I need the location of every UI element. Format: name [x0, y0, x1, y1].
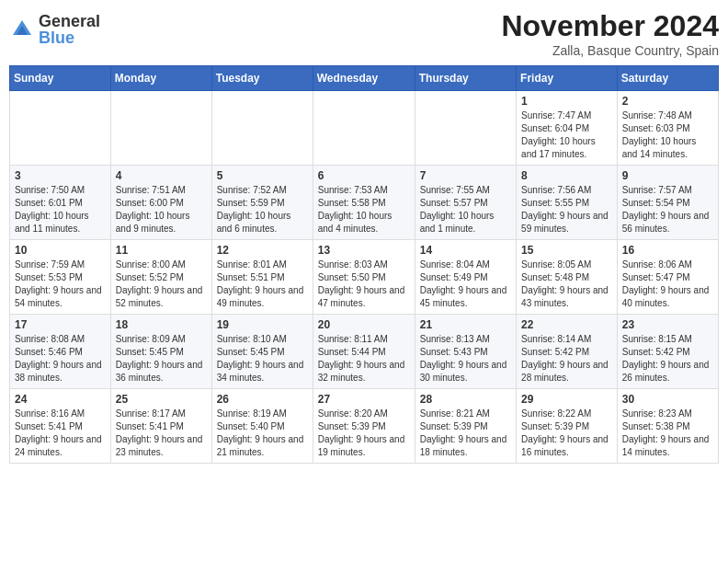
day-number: 10 [15, 244, 106, 257]
day-number: 4 [116, 169, 207, 182]
day-info: Sunrise: 8:09 AM Sunset: 5:45 PM Dayligh… [116, 333, 207, 385]
day-number: 29 [521, 393, 612, 406]
day-number: 16 [622, 244, 713, 257]
day-info: Sunrise: 7:56 AM Sunset: 5:55 PM Dayligh… [521, 184, 612, 236]
day-number: 2 [622, 95, 713, 108]
day-info: Sunrise: 8:14 AM Sunset: 5:42 PM Dayligh… [521, 333, 612, 385]
day-info: Sunrise: 8:17 AM Sunset: 5:41 PM Dayligh… [116, 408, 207, 459]
calendar-cell: 24Sunrise: 8:16 AM Sunset: 5:41 PM Dayli… [10, 389, 111, 464]
calendar-cell: 2Sunrise: 7:48 AM Sunset: 6:03 PM Daylig… [617, 91, 718, 166]
day-number: 8 [521, 169, 612, 182]
day-number: 6 [318, 169, 410, 182]
weekday-header: Thursday [415, 66, 516, 91]
logo-blue: Blue [39, 29, 100, 46]
calendar-cell: 3Sunrise: 7:50 AM Sunset: 6:01 PM Daylig… [10, 166, 111, 240]
calendar: SundayMondayTuesdayWednesdayThursdayFrid… [9, 65, 719, 464]
day-number: 18 [116, 318, 207, 331]
calendar-cell: 7Sunrise: 7:55 AM Sunset: 5:57 PM Daylig… [415, 166, 516, 240]
calendar-cell: 17Sunrise: 8:08 AM Sunset: 5:46 PM Dayli… [10, 315, 111, 389]
day-info: Sunrise: 8:23 AM Sunset: 5:38 PM Dayligh… [622, 408, 713, 459]
day-info: Sunrise: 8:05 AM Sunset: 5:48 PM Dayligh… [521, 259, 612, 310]
calendar-cell: 6Sunrise: 7:53 AM Sunset: 5:58 PM Daylig… [313, 166, 415, 240]
day-info: Sunrise: 8:04 AM Sunset: 5:49 PM Dayligh… [420, 259, 511, 310]
day-number: 20 [318, 318, 410, 331]
weekday-header: Friday [517, 66, 618, 91]
day-info: Sunrise: 7:50 AM Sunset: 6:01 PM Dayligh… [15, 184, 106, 236]
logo-icon [9, 17, 35, 42]
day-info: Sunrise: 8:10 AM Sunset: 5:45 PM Dayligh… [217, 333, 308, 385]
day-number: 28 [420, 393, 511, 406]
day-info: Sunrise: 8:19 AM Sunset: 5:40 PM Dayligh… [217, 408, 308, 459]
calendar-cell: 10Sunrise: 7:59 AM Sunset: 5:53 PM Dayli… [10, 240, 111, 315]
calendar-cell: 30Sunrise: 8:23 AM Sunset: 5:38 PM Dayli… [617, 389, 718, 464]
calendar-week-row: 1Sunrise: 7:47 AM Sunset: 6:04 PM Daylig… [10, 91, 719, 166]
calendar-body: 1Sunrise: 7:47 AM Sunset: 6:04 PM Daylig… [10, 91, 719, 464]
logo-general: General [39, 13, 100, 29]
day-info: Sunrise: 8:16 AM Sunset: 5:41 PM Dayligh… [15, 408, 106, 459]
calendar-cell [313, 91, 415, 166]
weekday-header: Wednesday [313, 66, 415, 91]
title-section: November 2024 Zalla, Basque Country, Spa… [501, 9, 719, 58]
calendar-cell: 23Sunrise: 8:15 AM Sunset: 5:42 PM Dayli… [617, 315, 718, 389]
day-number: 25 [116, 393, 207, 406]
logo: General Blue [9, 13, 100, 46]
day-info: Sunrise: 8:22 AM Sunset: 5:39 PM Dayligh… [521, 408, 612, 459]
weekday-header: Monday [110, 66, 211, 91]
calendar-cell: 11Sunrise: 8:00 AM Sunset: 5:52 PM Dayli… [110, 240, 211, 315]
day-info: Sunrise: 8:21 AM Sunset: 5:39 PM Dayligh… [420, 408, 511, 459]
day-info: Sunrise: 8:08 AM Sunset: 5:46 PM Dayligh… [15, 333, 106, 385]
day-number: 23 [622, 318, 713, 331]
day-number: 24 [15, 393, 106, 406]
day-info: Sunrise: 8:01 AM Sunset: 5:51 PM Dayligh… [217, 259, 308, 310]
calendar-cell: 19Sunrise: 8:10 AM Sunset: 5:45 PM Dayli… [211, 315, 313, 389]
calendar-week-row: 10Sunrise: 7:59 AM Sunset: 5:53 PM Dayli… [10, 240, 719, 315]
day-number: 11 [116, 244, 207, 257]
day-number: 21 [420, 318, 511, 331]
calendar-cell: 9Sunrise: 7:57 AM Sunset: 5:54 PM Daylig… [617, 166, 718, 240]
calendar-cell: 13Sunrise: 8:03 AM Sunset: 5:50 PM Dayli… [313, 240, 415, 315]
day-info: Sunrise: 8:15 AM Sunset: 5:42 PM Dayligh… [622, 333, 713, 385]
month-title: November 2024 [501, 9, 719, 43]
logo-text: General Blue [39, 13, 100, 46]
page-header: General Blue November 2024 Zalla, Basque… [9, 9, 719, 58]
day-number: 7 [420, 169, 511, 182]
day-number: 3 [15, 169, 106, 182]
calendar-cell: 27Sunrise: 8:20 AM Sunset: 5:39 PM Dayli… [313, 389, 415, 464]
day-info: Sunrise: 7:52 AM Sunset: 5:59 PM Dayligh… [217, 184, 308, 236]
calendar-cell: 29Sunrise: 8:22 AM Sunset: 5:39 PM Dayli… [517, 389, 618, 464]
day-number: 12 [217, 244, 308, 257]
day-info: Sunrise: 7:51 AM Sunset: 6:00 PM Dayligh… [116, 184, 207, 236]
day-number: 15 [521, 244, 612, 257]
day-info: Sunrise: 7:57 AM Sunset: 5:54 PM Dayligh… [622, 184, 713, 236]
calendar-cell: 5Sunrise: 7:52 AM Sunset: 5:59 PM Daylig… [211, 166, 313, 240]
day-number: 26 [217, 393, 308, 406]
calendar-week-row: 3Sunrise: 7:50 AM Sunset: 6:01 PM Daylig… [10, 166, 719, 240]
day-info: Sunrise: 8:06 AM Sunset: 5:47 PM Dayligh… [622, 259, 713, 310]
day-info: Sunrise: 7:59 AM Sunset: 5:53 PM Dayligh… [15, 259, 106, 310]
calendar-cell [211, 91, 313, 166]
day-number: 14 [420, 244, 511, 257]
location: Zalla, Basque Country, Spain [501, 43, 719, 58]
calendar-cell: 12Sunrise: 8:01 AM Sunset: 5:51 PM Dayli… [211, 240, 313, 315]
calendar-cell [415, 91, 516, 166]
calendar-cell: 8Sunrise: 7:56 AM Sunset: 5:55 PM Daylig… [517, 166, 618, 240]
weekday-header: Saturday [617, 66, 718, 91]
calendar-cell: 22Sunrise: 8:14 AM Sunset: 5:42 PM Dayli… [517, 315, 618, 389]
day-number: 19 [217, 318, 308, 331]
day-info: Sunrise: 7:47 AM Sunset: 6:04 PM Dayligh… [521, 109, 612, 161]
day-info: Sunrise: 8:13 AM Sunset: 5:43 PM Dayligh… [420, 333, 511, 385]
calendar-cell: 14Sunrise: 8:04 AM Sunset: 5:49 PM Dayli… [415, 240, 516, 315]
day-number: 1 [521, 95, 612, 108]
day-number: 27 [318, 393, 410, 406]
day-number: 9 [622, 169, 713, 182]
calendar-cell: 25Sunrise: 8:17 AM Sunset: 5:41 PM Dayli… [110, 389, 211, 464]
day-number: 22 [521, 318, 612, 331]
day-info: Sunrise: 8:03 AM Sunset: 5:50 PM Dayligh… [318, 259, 410, 310]
calendar-cell: 21Sunrise: 8:13 AM Sunset: 5:43 PM Dayli… [415, 315, 516, 389]
calendar-cell: 1Sunrise: 7:47 AM Sunset: 6:04 PM Daylig… [517, 91, 618, 166]
calendar-week-row: 24Sunrise: 8:16 AM Sunset: 5:41 PM Dayli… [10, 389, 719, 464]
weekday-header: Sunday [10, 66, 111, 91]
calendar-cell: 18Sunrise: 8:09 AM Sunset: 5:45 PM Dayli… [110, 315, 211, 389]
day-info: Sunrise: 7:48 AM Sunset: 6:03 PM Dayligh… [622, 109, 713, 161]
calendar-week-row: 17Sunrise: 8:08 AM Sunset: 5:46 PM Dayli… [10, 315, 719, 389]
